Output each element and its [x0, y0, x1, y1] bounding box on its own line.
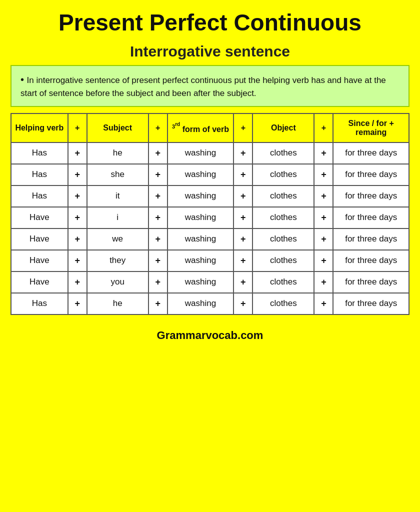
table-row: Has+she+washing+clothes+for three days	[11, 164, 409, 186]
cell-subject: he	[87, 293, 148, 314]
header-plus1: +	[68, 114, 87, 142]
cell-plus: +	[234, 250, 252, 272]
main-title: Present Perfect Continuous	[0, 0, 420, 41]
cell-plus: +	[68, 293, 87, 314]
cell-plus: +	[148, 272, 168, 293]
cell-plus: +	[314, 228, 333, 250]
cell-since: for three days	[333, 164, 409, 186]
cell-subject: it	[87, 186, 148, 207]
cell-verb: washing	[168, 164, 234, 186]
table-row: Have+i+washing+clothes+for three days	[11, 207, 409, 228]
cell-helping: Have	[11, 272, 68, 293]
cell-subject: we	[87, 228, 148, 250]
cell-object: clothes	[252, 293, 314, 314]
cell-object: clothes	[252, 250, 314, 272]
header-since-for: Since / for + remaing	[333, 114, 409, 142]
cell-since: for three days	[333, 186, 409, 207]
cell-helping: Has	[11, 293, 68, 314]
header-verb-form: 3rd form of verb	[168, 114, 234, 142]
header-plus3: +	[234, 114, 252, 142]
cell-object: clothes	[252, 186, 314, 207]
table-row: Have+we+washing+clothes+for three days	[11, 228, 409, 250]
header-plus4: +	[314, 114, 333, 142]
cell-plus: +	[68, 207, 87, 228]
cell-plus: +	[148, 186, 168, 207]
cell-verb: washing	[168, 250, 234, 272]
subtitle: Interrogative sentence	[0, 41, 420, 65]
cell-object: clothes	[252, 164, 314, 186]
cell-plus: +	[234, 228, 252, 250]
grammar-table: Helping verb + Subject + 3rd form of ver…	[10, 113, 410, 315]
cell-plus: +	[314, 272, 333, 293]
table-row: Has+it+washing+clothes+for three days	[11, 186, 409, 207]
cell-plus: +	[68, 228, 87, 250]
header-subject: Subject	[87, 114, 148, 142]
cell-object: clothes	[252, 228, 314, 250]
cell-since: for three days	[333, 228, 409, 250]
cell-subject: you	[87, 272, 148, 293]
cell-plus: +	[148, 142, 168, 164]
cell-plus: +	[314, 142, 333, 164]
cell-plus: +	[234, 142, 252, 164]
cell-plus: +	[314, 186, 333, 207]
cell-helping: Have	[11, 228, 68, 250]
table-row: Has+he+washing+clothes+for three days	[11, 142, 409, 164]
cell-plus: +	[234, 293, 252, 314]
cell-verb: washing	[168, 272, 234, 293]
cell-object: clothes	[252, 207, 314, 228]
footer: Grammarvocab.com	[0, 322, 420, 350]
cell-since: for three days	[333, 293, 409, 314]
cell-helping: Has	[11, 186, 68, 207]
cell-plus: +	[148, 250, 168, 272]
header-plus2: +	[148, 114, 168, 142]
cell-plus: +	[68, 164, 87, 186]
cell-helping: Has	[11, 164, 68, 186]
cell-plus: +	[234, 272, 252, 293]
cell-object: clothes	[252, 272, 314, 293]
cell-since: for three days	[333, 142, 409, 164]
cell-plus: +	[148, 228, 168, 250]
cell-plus: +	[314, 293, 333, 314]
cell-helping: Has	[11, 142, 68, 164]
cell-verb: washing	[168, 186, 234, 207]
cell-object: clothes	[252, 142, 314, 164]
cell-plus: +	[68, 250, 87, 272]
cell-plus: +	[234, 207, 252, 228]
cell-plus: +	[68, 142, 87, 164]
cell-plus: +	[314, 164, 333, 186]
cell-plus: +	[234, 186, 252, 207]
cell-subject: i	[87, 207, 148, 228]
cell-subject: she	[87, 164, 148, 186]
cell-plus: +	[148, 293, 168, 314]
cell-helping: Have	[11, 250, 68, 272]
cell-since: for three days	[333, 272, 409, 293]
cell-verb: washing	[168, 207, 234, 228]
table-row: Has+he+washing+clothes+for three days	[11, 293, 409, 314]
cell-verb: washing	[168, 228, 234, 250]
table-header-row: Helping verb + Subject + 3rd form of ver…	[11, 114, 409, 142]
cell-verb: washing	[168, 142, 234, 164]
table-row: Have+they+washing+clothes+for three days	[11, 250, 409, 272]
cell-since: for three days	[333, 250, 409, 272]
cell-plus: +	[314, 207, 333, 228]
cell-subject: he	[87, 142, 148, 164]
cell-plus: +	[314, 250, 333, 272]
cell-plus: +	[68, 272, 87, 293]
cell-plus: +	[68, 186, 87, 207]
header-object: Object	[252, 114, 314, 142]
cell-helping: Have	[11, 207, 68, 228]
intro-box: In interrogative sentence of present per…	[10, 65, 410, 107]
cell-plus: +	[148, 164, 168, 186]
header-helping-verb: Helping verb	[11, 114, 68, 142]
cell-plus: +	[234, 164, 252, 186]
cell-verb: washing	[168, 293, 234, 314]
table-row: Have+you+washing+clothes+for three days	[11, 272, 409, 293]
cell-since: for three days	[333, 207, 409, 228]
cell-subject: they	[87, 250, 148, 272]
cell-plus: +	[148, 207, 168, 228]
